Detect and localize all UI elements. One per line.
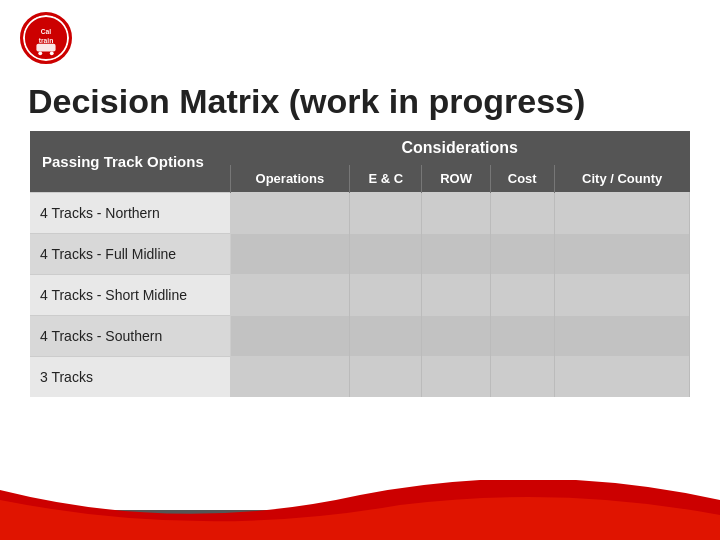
cell-southern-row xyxy=(422,316,490,357)
cell-northern-row xyxy=(422,193,490,234)
cell-southern-ec xyxy=(350,316,422,357)
row-label-northern: 4 Tracks - Northern xyxy=(30,193,230,234)
caltrain-logo: Cal train xyxy=(20,12,72,64)
cell-southern-city xyxy=(554,316,689,357)
row-label-full-midline: 4 Tracks - Full Midline xyxy=(30,234,230,275)
svg-rect-3 xyxy=(36,44,55,52)
passing-track-header: Passing Track Options xyxy=(30,131,230,193)
slide-background: Cal train Decision Matrix (work in progr… xyxy=(0,0,720,540)
col-header-city-county: City / County xyxy=(554,165,689,193)
svg-text:train: train xyxy=(39,37,54,44)
table-row: 4 Tracks - Southern xyxy=(30,316,690,357)
row-label-southern: 4 Tracks - Southern xyxy=(30,316,230,357)
table-row: 4 Tracks - Northern xyxy=(30,193,690,234)
cell-shortmid-row xyxy=(422,275,490,316)
cell-northern-cost xyxy=(490,193,554,234)
col-header-operations: Operations xyxy=(230,165,350,193)
cell-3t-row xyxy=(422,357,490,398)
cell-northern-city xyxy=(554,193,689,234)
col-header-ec: E & C xyxy=(350,165,422,193)
col-header-cost: Cost xyxy=(490,165,554,193)
svg-point-5 xyxy=(50,51,54,55)
cell-northern-ops xyxy=(230,193,350,234)
cell-southern-ops xyxy=(230,316,350,357)
decision-matrix-table: Passing Track Options Considerations Ope… xyxy=(30,131,690,397)
row-label-3tracks: 3 Tracks xyxy=(30,357,230,398)
cell-shortmid-ops xyxy=(230,275,350,316)
cell-shortmid-cost xyxy=(490,275,554,316)
cell-northern-ec xyxy=(350,193,422,234)
cell-fullmid-row xyxy=(422,234,490,275)
page-title: Decision Matrix (work in progress) xyxy=(0,64,720,131)
header: Cal train xyxy=(0,0,720,64)
cell-southern-cost xyxy=(490,316,554,357)
cell-fullmid-cost xyxy=(490,234,554,275)
considerations-header-row: Passing Track Options Considerations xyxy=(30,131,690,165)
cell-fullmid-city xyxy=(554,234,689,275)
table-row: 3 Tracks xyxy=(30,357,690,398)
considerations-header: Considerations xyxy=(230,131,690,165)
content-area: Passing Track Options Considerations Ope… xyxy=(0,131,720,397)
cell-3t-cost xyxy=(490,357,554,398)
bottom-decoration xyxy=(0,480,720,540)
table-row: 4 Tracks - Full Midline xyxy=(30,234,690,275)
cell-fullmid-ops xyxy=(230,234,350,275)
cell-fullmid-ec xyxy=(350,234,422,275)
cell-3t-ops xyxy=(230,357,350,398)
svg-point-4 xyxy=(38,51,42,55)
table-row: 4 Tracks - Short Midline xyxy=(30,275,690,316)
svg-text:Cal: Cal xyxy=(41,28,52,35)
cell-3t-ec xyxy=(350,357,422,398)
cell-shortmid-ec xyxy=(350,275,422,316)
cell-shortmid-city xyxy=(554,275,689,316)
cell-3t-city xyxy=(554,357,689,398)
col-header-row: ROW xyxy=(422,165,490,193)
row-label-short-midline: 4 Tracks - Short Midline xyxy=(30,275,230,316)
